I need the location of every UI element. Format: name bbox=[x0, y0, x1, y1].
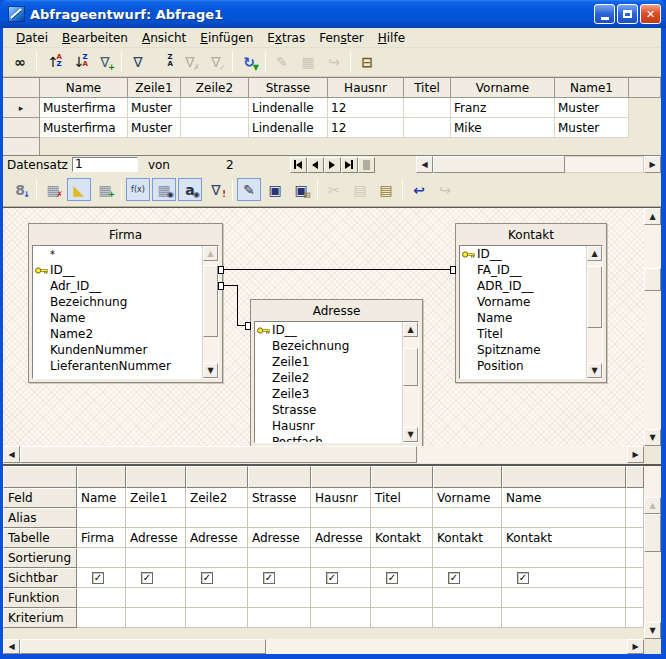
scroll-down-icon[interactable]: ▼ bbox=[644, 622, 661, 639]
scroll-thumb[interactable] bbox=[203, 265, 218, 337]
edit-mode-icon[interactable]: ✎ bbox=[237, 178, 261, 201]
criteria-cell-sortierung[interactable] bbox=[502, 548, 626, 568]
criteria-cell-kriterium[interactable] bbox=[77, 608, 126, 628]
field-item-bezeichnung[interactable]: Bezeichnung bbox=[255, 338, 418, 354]
criteria-column-header[interactable] bbox=[248, 466, 311, 488]
field-item-adrid[interactable]: Adr_ID__ bbox=[33, 278, 218, 294]
refresh-data-icon[interactable]: ↻▼ bbox=[237, 51, 261, 74]
grid-cell[interactable]: 12 bbox=[328, 118, 404, 138]
join-line-firma-adresse[interactable] bbox=[237, 285, 238, 326]
grid-cell[interactable]: Muster bbox=[128, 118, 181, 138]
criteria-cell-funktion[interactable] bbox=[433, 588, 502, 608]
scroll-down-icon[interactable]: ▼ bbox=[587, 363, 602, 378]
grid-cell[interactable] bbox=[181, 98, 249, 118]
criteria-cell-sichtbar[interactable]: ✓ bbox=[126, 568, 186, 588]
criteria-column-header[interactable] bbox=[77, 466, 126, 488]
next-record-button[interactable] bbox=[324, 157, 341, 173]
menu-item-bearbeiten[interactable]: Bearbeiten bbox=[55, 29, 135, 47]
field-item-bezeichnung[interactable]: Bezeichnung bbox=[33, 294, 218, 310]
menu-item-fenster[interactable]: Fenster bbox=[312, 29, 371, 47]
row-selector[interactable] bbox=[3, 138, 40, 156]
visible-checkbox[interactable]: ✓ bbox=[448, 572, 460, 584]
criteria-cell-feld[interactable]: Vorname bbox=[433, 488, 502, 508]
field-item-zeile3[interactable]: Zeile3 bbox=[255, 386, 418, 402]
criteria-cell-feld[interactable]: Name bbox=[502, 488, 626, 508]
criteria-cell-sichtbar[interactable]: ✓ bbox=[311, 568, 371, 588]
criteria-cell-alias[interactable] bbox=[311, 508, 371, 528]
criteria-cell-sortierung[interactable] bbox=[311, 548, 371, 568]
scroll-left-icon[interactable]: ◀ bbox=[416, 156, 433, 173]
criteria-cell-tabelle[interactable]: Kontakt bbox=[433, 528, 502, 548]
scroll-left-icon[interactable]: ◀ bbox=[3, 446, 20, 463]
title-bar[interactable]: Abfrageentwurf: Abfrage1 ✕ bbox=[0, 0, 666, 28]
criteria-cell-feld[interactable]: Name bbox=[77, 488, 126, 508]
criteria-column-header[interactable] bbox=[433, 466, 502, 488]
scroll-up-icon[interactable]: ▲ bbox=[644, 208, 661, 225]
field-item-lieferantennummer[interactable]: LieferantenNummer bbox=[33, 358, 218, 374]
criteria-vertical-scrollbar[interactable]: ▲▼ bbox=[644, 464, 661, 639]
scroll-up-icon[interactable]: ▲ bbox=[587, 246, 602, 261]
visible-checkbox[interactable]: ✓ bbox=[517, 572, 529, 584]
criteria-cell-alias[interactable] bbox=[77, 508, 126, 528]
column-header-zeile1[interactable]: Zeile1 bbox=[128, 78, 181, 98]
field-item-spitzname[interactable]: Spitzname bbox=[460, 342, 602, 358]
undo-icon[interactable]: ↩ bbox=[407, 178, 431, 201]
join-line-firma-adresse[interactable] bbox=[224, 285, 238, 286]
criteria-cell-sichtbar[interactable]: ✓ bbox=[77, 568, 126, 588]
field-item-zeile1[interactable]: Zeile1 bbox=[255, 354, 418, 370]
scroll-thumb[interactable] bbox=[587, 266, 602, 328]
criteria-cell-kriterium[interactable] bbox=[248, 608, 311, 628]
sort-order-icon[interactable]: ZA bbox=[152, 51, 176, 74]
functions-icon[interactable]: f(x) bbox=[126, 178, 150, 201]
grid-cell[interactable] bbox=[404, 98, 451, 118]
grid-cell[interactable]: Muster bbox=[555, 98, 629, 118]
grid-cell[interactable]: Mike bbox=[451, 118, 555, 138]
field-item-id[interactable]: ID__ bbox=[33, 262, 218, 278]
criteria-cell-sortierung[interactable] bbox=[433, 548, 502, 568]
field-item-name[interactable]: Name bbox=[33, 310, 218, 326]
scroll-thumb[interactable] bbox=[433, 156, 565, 173]
criteria-cell-kriterium[interactable] bbox=[186, 608, 248, 628]
field-item-vorname[interactable]: Vorname bbox=[460, 294, 602, 310]
standard-filter-icon[interactable]: ∇ bbox=[126, 51, 150, 74]
grid-cell[interactable]: Franz bbox=[451, 98, 555, 118]
field-item-name2[interactable]: Name2 bbox=[33, 326, 218, 342]
criteria-cell-feld[interactable]: Hausnr bbox=[311, 488, 371, 508]
run-query-icon[interactable]: 8↓ bbox=[8, 178, 32, 201]
previous-record-button[interactable] bbox=[307, 157, 324, 173]
first-record-button[interactable] bbox=[290, 157, 307, 173]
scroll-down-icon[interactable]: ▼ bbox=[644, 429, 661, 446]
distinct-values-icon[interactable]: ∇! bbox=[204, 178, 228, 201]
criteria-cell-tabelle[interactable]: Kontakt bbox=[502, 528, 626, 548]
criteria-cell-funktion[interactable] bbox=[311, 588, 371, 608]
criteria-cell-sichtbar[interactable]: ✓ bbox=[186, 568, 248, 588]
criteria-column-header[interactable] bbox=[311, 466, 371, 488]
add-table-icon[interactable]: ▦+ bbox=[93, 178, 117, 201]
scroll-thumb[interactable] bbox=[644, 514, 661, 552]
criteria-cell-feld[interactable]: Zeile1 bbox=[126, 488, 186, 508]
table-window-firma[interactable]: Firma*ID__Adr_ID__BezeichnungNameName2Ku… bbox=[28, 223, 223, 383]
criteria-column-header[interactable] bbox=[126, 466, 186, 488]
field-item-postfach[interactable]: Postfach bbox=[255, 434, 418, 443]
criteria-cell-funktion[interactable] bbox=[77, 588, 126, 608]
scroll-thumb[interactable] bbox=[20, 639, 266, 654]
criteria-cell-kriterium[interactable] bbox=[311, 608, 371, 628]
column-header-titel[interactable]: Titel bbox=[404, 78, 451, 98]
column-header-name1[interactable]: Name1 bbox=[555, 78, 629, 98]
criteria-cell-sortierung[interactable] bbox=[186, 548, 248, 568]
criteria-cell-tabelle[interactable]: Adresse bbox=[126, 528, 186, 548]
scroll-up-icon[interactable]: ▲ bbox=[403, 322, 418, 337]
field-list-scrollbar[interactable]: ▲▼ bbox=[402, 322, 418, 442]
sort-ascending-icon[interactable]: ↑AZ bbox=[41, 51, 65, 74]
grid-cell[interactable]: Muster bbox=[555, 118, 629, 138]
navigator-scrollbar[interactable]: ◀▶ bbox=[416, 156, 661, 173]
criteria-cell-feld[interactable]: Strasse bbox=[248, 488, 311, 508]
scroll-thumb[interactable] bbox=[403, 348, 418, 386]
criteria-cell-kriterium[interactable] bbox=[502, 608, 626, 628]
scroll-left-icon[interactable]: ◀ bbox=[3, 639, 20, 654]
criteria-column-header[interactable] bbox=[371, 466, 433, 488]
field-item-adrid[interactable]: ADR_ID__ bbox=[460, 278, 602, 294]
criteria-cell-sichtbar[interactable]: ✓ bbox=[248, 568, 311, 588]
last-record-button[interactable] bbox=[341, 157, 358, 173]
scroll-right-icon[interactable]: ▶ bbox=[627, 639, 644, 654]
